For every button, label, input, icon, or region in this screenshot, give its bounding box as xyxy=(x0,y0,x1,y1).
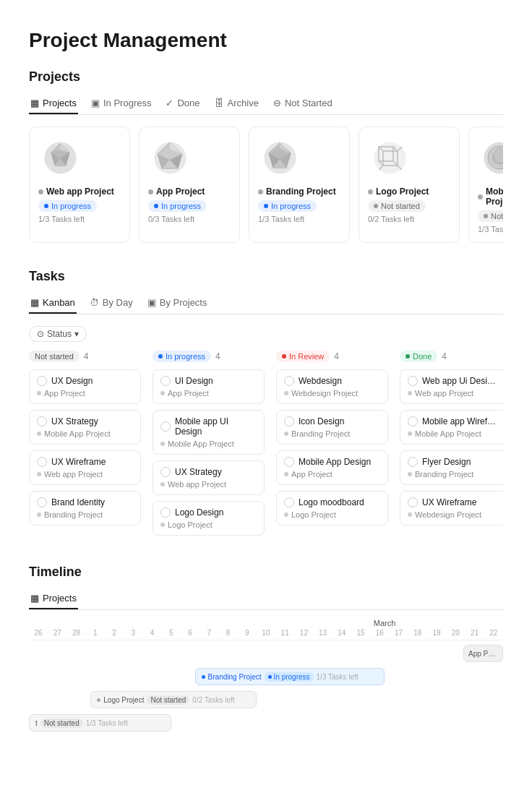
project-card-name: App Project xyxy=(148,186,231,197)
timeline-month: March xyxy=(266,619,503,627)
tasks-tabs: ▦ Kanban ⏱ By Day ▣ By Projects xyxy=(29,293,503,314)
checkbox-icon[interactable] xyxy=(284,416,294,426)
checkbox-icon[interactable] xyxy=(408,416,418,426)
timeline-date: 13 xyxy=(314,629,332,637)
checkbox-icon[interactable] xyxy=(160,507,171,518)
task-name: UI Design xyxy=(160,376,257,386)
task-name: UX Strategy xyxy=(160,467,257,477)
timeline-date: 7 xyxy=(200,629,218,637)
kanban-card[interactable]: Flyer Design Branding Project xyxy=(400,450,503,485)
project-card-image xyxy=(258,136,301,179)
checkbox-icon[interactable] xyxy=(284,376,294,386)
col-count-inreview: 4 xyxy=(334,351,339,361)
col-badge-done: Done xyxy=(400,351,437,362)
tab-timeline-projects[interactable]: ▦ Projects xyxy=(29,588,78,609)
tab-projects[interactable]: ▦ Projects xyxy=(29,93,78,114)
timeline-section: Timeline ▦ Projects March 26272812345678… xyxy=(29,565,503,755)
checkbox-icon[interactable] xyxy=(37,416,47,426)
kanban-card[interactable]: Brand Identity Branding Project xyxy=(29,491,141,525)
task-project: Logo Project xyxy=(160,520,257,529)
col-badge-inprogress: In progress xyxy=(153,351,211,362)
kanban-card[interactable]: Mobile app Wiref… Mobile App Project xyxy=(400,410,503,445)
tab-notstarted[interactable]: ⊖ Not Started xyxy=(272,93,334,114)
timeline-date: 12 xyxy=(294,629,313,637)
col-badge-inreview: In Review xyxy=(276,351,330,362)
tasks-heading: Tasks xyxy=(29,269,503,284)
kanban-card[interactable]: Logo moodboard Logo Project xyxy=(276,491,388,525)
checkbox-icon[interactable] xyxy=(408,376,418,386)
projects-cards-row: Web app Project In progress 1/3 Tasks le… xyxy=(29,126,503,246)
tab-kanban[interactable]: ▦ Kanban xyxy=(29,293,77,314)
kanban-card[interactable]: Icon Design Branding Project xyxy=(276,410,388,445)
project-card-image xyxy=(148,136,192,179)
kanban-card[interactable]: Mobile app UI Design Mobile App Project xyxy=(153,410,265,455)
timeline-date: 4 xyxy=(142,629,161,637)
task-project: Mobile App Project xyxy=(160,439,257,448)
timeline-tabs: ▦ Projects xyxy=(29,588,503,610)
timeline-date: 11 xyxy=(275,629,294,637)
kanban-card[interactable]: UX Wireframe Webdesign Project xyxy=(400,491,503,525)
project-tasks: 1/3 Tasks left xyxy=(258,215,340,223)
timeline-bar-last: t Not started 1/3 Tasks left xyxy=(29,714,171,732)
status-filter-button[interactable]: ⊙ Status ▾ xyxy=(29,326,87,342)
task-name: UX Wireframe xyxy=(37,457,133,467)
task-project: Webdesign Project xyxy=(284,389,380,398)
tab-byday[interactable]: ⏱ By Day xyxy=(88,293,134,314)
kanban-col-notstarted: Not started 4 UX Design App Project UX S… xyxy=(29,351,141,541)
projects-tabs: ▦ Projects ▣ In Progress ✓ Done 🗄 Archiv… xyxy=(29,93,503,115)
checkbox-icon[interactable] xyxy=(408,497,418,507)
task-project: App Project xyxy=(37,389,133,398)
col-count-done: 4 xyxy=(442,351,447,361)
task-name: Flyer Design xyxy=(408,457,503,467)
tab-inprogress[interactable]: ▣ In Progress xyxy=(90,93,153,114)
tab-archive[interactable]: 🗄 Archive xyxy=(213,93,260,114)
checkbox-icon[interactable] xyxy=(160,376,171,386)
timeline-date: 28 xyxy=(66,629,85,637)
kanban-col-done: Done 4 Web app Ui Desi… Web app Project … xyxy=(400,351,503,541)
kanban-icon: ▦ xyxy=(30,297,39,308)
project-card-branding[interactable]: Branding Project In progress 1/3 Tasks l… xyxy=(249,126,350,243)
grid-small-icon: ▣ xyxy=(91,98,100,108)
checkbox-icon[interactable] xyxy=(284,457,294,467)
project-card-webapp[interactable]: Web app Project In progress 1/3 Tasks le… xyxy=(29,126,130,243)
checkbox-icon[interactable] xyxy=(408,457,418,467)
page-title: Project Management xyxy=(29,29,503,52)
tab-done[interactable]: ✓ Done xyxy=(164,93,201,114)
checkbox-icon[interactable] xyxy=(37,457,47,467)
checkbox-icon[interactable] xyxy=(37,497,47,507)
project-tasks: 1/3 Tasks left xyxy=(38,215,121,223)
project-status-badge: In progress xyxy=(258,200,317,212)
grid-icon: ▦ xyxy=(30,98,39,108)
kanban-card[interactable]: UX Wireframe Web app Project xyxy=(29,450,141,485)
kanban-card[interactable]: UX Design App Project xyxy=(29,369,141,404)
task-name: Web app Ui Desi… xyxy=(408,376,503,386)
project-tasks: 0/2 Tasks left xyxy=(368,215,450,223)
checkbox-icon[interactable] xyxy=(37,376,47,386)
tasks-section: Tasks ▦ Kanban ⏱ By Day ▣ By Projects ⊙ … xyxy=(29,269,503,541)
kanban-card[interactable]: Logo Design Logo Project xyxy=(153,501,265,536)
tab-byprojects[interactable]: ▣ By Projects xyxy=(146,293,209,314)
kanban-card[interactable]: UX Strategy Mobile App Project xyxy=(29,410,141,445)
kanban-card[interactable]: UX Strategy Web app Project xyxy=(153,460,265,495)
task-project: Branding Project xyxy=(408,470,503,479)
checkbox-icon[interactable] xyxy=(160,421,171,432)
project-card-name: Branding Project xyxy=(258,186,340,197)
task-project: Web app Project xyxy=(408,389,503,398)
kanban-card[interactable]: Mobile App Design App Project xyxy=(276,450,388,485)
checkbox-icon[interactable] xyxy=(160,467,171,477)
timeline-rows-container: App P… Branding Project In progress 1/3 … xyxy=(29,640,503,755)
projects-heading: Projects xyxy=(29,69,503,85)
timeline-date: 5 xyxy=(162,629,181,637)
checkbox-icon[interactable] xyxy=(284,497,294,507)
project-card-logo[interactable]: Logo Project Not started 0/2 Tasks left xyxy=(359,126,460,243)
col-header-notstarted: Not started 4 xyxy=(29,351,141,362)
project-card-mobileapp[interactable]: Mobile App Proje… Not started 1/3 Tasks … xyxy=(468,126,503,243)
kanban-card[interactable]: Webdesign Webdesign Project xyxy=(276,369,388,404)
timeline-grid: March 2627281234567891011121314151617181… xyxy=(29,619,503,755)
col-count-inprogress: 4 xyxy=(215,351,220,361)
project-card-image xyxy=(38,136,82,179)
timeline-date: 26 xyxy=(29,629,48,637)
kanban-card[interactable]: UI Design App Project xyxy=(153,369,265,404)
kanban-card[interactable]: Web app Ui Desi… Web app Project xyxy=(400,369,503,404)
project-card-app[interactable]: App Project In progress 0/3 Tasks left xyxy=(139,126,240,243)
